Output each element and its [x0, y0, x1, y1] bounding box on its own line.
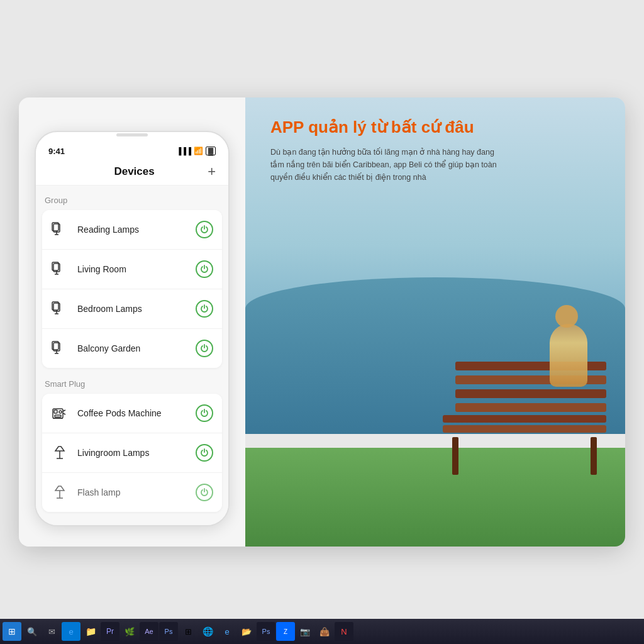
- flash-lamp-icon: [48, 481, 71, 504]
- right-heading: APP quản lý từ bất cứ đâu: [270, 118, 613, 137]
- taskbar-files[interactable]: 📂: [237, 622, 256, 641]
- taskbar-camera[interactable]: 📷: [296, 622, 314, 641]
- device-name-balcony-garden: Balcony Garden: [77, 343, 196, 353]
- svg-marker-23: [55, 447, 64, 451]
- taskbar-ps2[interactable]: Ps: [257, 622, 275, 641]
- device-name-flash-lamp: Flash lamp: [77, 487, 196, 497]
- phone-screen-title: Devices: [64, 165, 205, 178]
- group-device-list: Reading Lamps: [42, 210, 222, 368]
- group-section-label: Group: [36, 192, 228, 208]
- taskbar-edge2[interactable]: e: [218, 622, 236, 641]
- battery-icon: ▓: [206, 147, 216, 155]
- status-icons: ▐▐▐ 📶 ▓: [177, 147, 216, 155]
- power-button-reading-lamps[interactable]: [196, 221, 213, 238]
- device-name-reading-lamps: Reading Lamps: [77, 225, 196, 235]
- start-button[interactable]: ⊞: [3, 622, 21, 641]
- taskbar-icons: 🔍 ✉ e 📁 Pr 🌿 Ae Ps ⊞ 🌐 e 📂 Ps Z 📷 👜 N: [23, 622, 641, 641]
- taskbar-red-app[interactable]: N: [335, 622, 353, 641]
- device-name-livingroom-lamps: Livingroom Lamps: [77, 448, 196, 458]
- svg-marker-26: [55, 486, 64, 491]
- power-button-livingroom-lamps[interactable]: [196, 444, 213, 462]
- coffee-machine-icon: [48, 402, 71, 425]
- phone-notch: [116, 133, 148, 136]
- phone-mockup: 9:41 ▐▐▐ 📶 ▓ Devices + Group: [35, 131, 230, 526]
- power-button-flash-lamp[interactable]: [196, 484, 213, 501]
- phone-body: Group Reading Lamps: [36, 186, 228, 525]
- phone-section: 9:41 ▐▐▐ 📶 ▓ Devices + Group: [19, 97, 245, 547]
- wifi-icon: 📶: [194, 147, 203, 155]
- power-button-balcony-garden[interactable]: [196, 340, 213, 357]
- list-item[interactable]: Flash lamp: [42, 473, 222, 512]
- right-text-section: APP quản lý từ bất cứ đâu Dù bạn đang tậ…: [270, 118, 613, 184]
- taskbar-app1[interactable]: 🌿: [120, 622, 139, 641]
- living-room-icon: [48, 258, 71, 280]
- phone-time: 9:41: [48, 147, 65, 156]
- lamp-group-icon: [48, 218, 71, 241]
- power-button-living-room[interactable]: [196, 260, 213, 278]
- svg-rect-17: [54, 410, 57, 413]
- smart-plug-device-list: Coffee Pods Machine: [42, 394, 222, 512]
- right-section: APP quản lý từ bất cứ đâu Dù bạn đang tậ…: [245, 97, 625, 547]
- balcony-garden-icon: [48, 337, 71, 360]
- taskbar-bag[interactable]: 👜: [315, 622, 334, 641]
- bedroom-lamps-icon: [48, 297, 71, 320]
- add-device-button[interactable]: +: [208, 164, 216, 180]
- svg-point-18: [59, 411, 62, 413]
- taskbar-ae[interactable]: Ae: [140, 622, 158, 641]
- taskbar-mail[interactable]: ✉: [42, 622, 61, 641]
- taskbar-explorer[interactable]: 📁: [81, 622, 100, 641]
- phone-status-bar: 9:41 ▐▐▐ 📶 ▓: [36, 140, 228, 160]
- taskbar-search[interactable]: 🔍: [23, 622, 42, 641]
- list-item[interactable]: Livingroom Lamps: [42, 433, 222, 473]
- list-item[interactable]: Coffee Pods Machine: [42, 394, 222, 433]
- device-name-coffee-pods-machine: Coffee Pods Machine: [77, 408, 196, 418]
- signal-icon: ▐▐▐: [177, 147, 191, 155]
- power-button-bedroom-lamps[interactable]: [196, 300, 213, 318]
- device-name-living-room: Living Room: [77, 264, 196, 274]
- svg-rect-22: [55, 415, 61, 417]
- taskbar-premiere[interactable]: Pr: [101, 622, 119, 641]
- taskbar-edge[interactable]: e: [62, 622, 80, 641]
- list-item[interactable]: Bedroom Lamps: [42, 289, 222, 329]
- list-item[interactable]: Balcony Garden: [42, 329, 222, 368]
- device-name-bedroom-lamps: Bedroom Lamps: [77, 304, 196, 314]
- right-description: Dù bạn đang tận hưởng bữa tối lãng mạn ở…: [270, 146, 509, 184]
- taskbar-grid[interactable]: ⊞: [179, 622, 197, 641]
- list-item[interactable]: Living Room: [42, 250, 222, 289]
- taskbar-chrome[interactable]: 🌐: [198, 622, 217, 641]
- list-item[interactable]: Reading Lamps: [42, 210, 222, 250]
- smart-plug-section-label: Smart Plug: [36, 375, 228, 391]
- bench: [443, 362, 606, 475]
- lamp-stand-icon: [48, 441, 71, 464]
- taskbar-photoshop[interactable]: Ps: [159, 622, 178, 641]
- taskbar-zalo[interactable]: Z: [276, 622, 295, 641]
- power-button-coffee-machine[interactable]: [196, 404, 213, 422]
- phone-header: Devices +: [36, 160, 228, 186]
- taskbar: ⊞ 🔍 ✉ e 📁 Pr 🌿 Ae Ps ⊞ 🌐 e 📂 Ps Z 📷 👜 N: [0, 619, 644, 644]
- main-content: 9:41 ▐▐▐ 📶 ▓ Devices + Group: [19, 97, 625, 547]
